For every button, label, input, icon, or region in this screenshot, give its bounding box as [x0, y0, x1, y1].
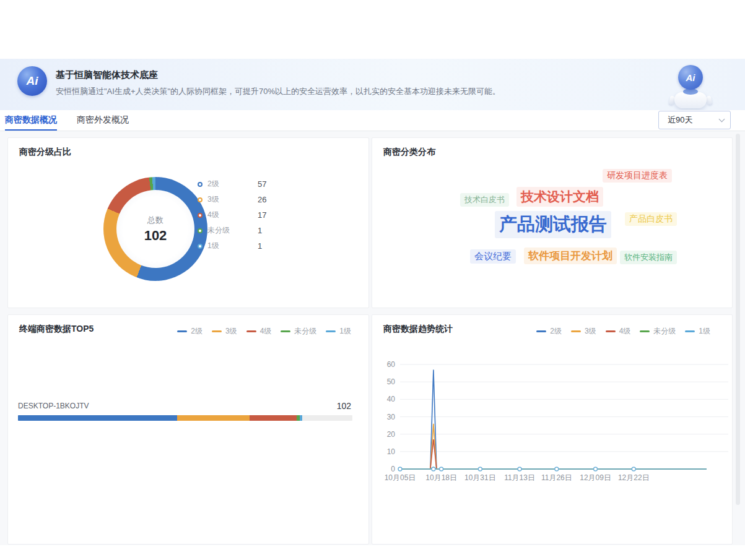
- svg-text:12月22日: 12月22日: [618, 473, 650, 482]
- tab-shangmi-data-overview[interactable]: 商密数据概况: [5, 110, 57, 131]
- robot-head-icon: Ai: [678, 65, 703, 90]
- legend-item[interactable]: 4级: [606, 326, 631, 337]
- legend-label: 未分级: [294, 326, 316, 337]
- legend-value: 17: [258, 210, 266, 220]
- svg-text:10月05日: 10月05日: [385, 473, 416, 482]
- legend-item[interactable]: 3级: [571, 326, 596, 337]
- tab-bar: 商密数据概况 商密外发概况 近90天: [0, 110, 745, 131]
- legend-item[interactable]: 2级: [536, 326, 562, 337]
- trend-chart-svg[interactable]: 010203040506010月05日10月18日10月31日11月13日11月…: [372, 352, 733, 494]
- svg-text:10: 10: [387, 447, 396, 456]
- legend-item[interactable]: 3级: [212, 326, 237, 337]
- legend-item[interactable]: 1级: [685, 326, 710, 337]
- panel-terminal-top5: 终端商密数据TOP5 2级 3级 4级 未分级 1级 DESKTOP-1BKOJ…: [7, 314, 369, 545]
- time-range-select[interactable]: 近90天: [658, 111, 731, 129]
- panel-category-distribution: 商密分类分布 研发项目进度表技术白皮书技术设计文档产品白皮书产品测试报告会议纪要…: [372, 137, 733, 308]
- word-cloud-tag[interactable]: 软件项目开发计划: [524, 248, 617, 264]
- scrollbar[interactable]: [736, 134, 740, 505]
- panel-title: 终端商密数据TOP5: [19, 324, 94, 335]
- legend-label: 4级: [260, 326, 272, 337]
- bar-row-value: 102: [337, 401, 351, 411]
- legend-item[interactable]: 2级: [177, 326, 203, 337]
- top5-legend: 2级 3级 4级 未分级 1级: [168, 326, 351, 337]
- content-area: 商密分级占比 总数 102 2级 57 3级 26 4级 17: [0, 131, 745, 545]
- svg-text:10月31日: 10月31日: [464, 473, 496, 482]
- legend-label: 2级: [207, 179, 243, 189]
- tab-shangmi-outgoing-overview[interactable]: 商密外发概况: [77, 110, 129, 131]
- legend-item[interactable]: 未分级: [281, 326, 316, 337]
- legend-dash-icon: [177, 330, 187, 332]
- legend-label: 未分级: [653, 326, 676, 337]
- word-cloud-tag[interactable]: 产品测试报告: [495, 211, 611, 238]
- legend-label: 3级: [225, 326, 237, 337]
- bar-segment: [177, 415, 250, 421]
- legend-item[interactable]: 2级 57: [198, 176, 290, 192]
- dashboard-app: Ai 基于恒脑智能体技术底座 安恒恒脑通过"AI生成+人类决策"的人际协同框架，…: [0, 59, 745, 545]
- chevron-down-icon: [719, 116, 725, 122]
- donut-total-label: 总数: [147, 215, 163, 226]
- word-cloud-tag[interactable]: 会议纪要: [470, 249, 516, 264]
- top5-stacked-bar[interactable]: [18, 415, 352, 421]
- robot-arm-icon: [705, 95, 712, 105]
- word-cloud-tag[interactable]: 产品白皮书: [625, 212, 677, 226]
- legend-item[interactable]: 4级 17: [198, 207, 290, 223]
- donut-total-value: 102: [144, 228, 167, 244]
- header-banner: Ai 基于恒脑智能体技术底座 安恒恒脑通过"AI生成+人类决策"的人际协同框架，…: [0, 59, 745, 110]
- legend-label: 1级: [699, 326, 710, 337]
- legend-dash-icon: [685, 330, 695, 332]
- svg-text:10月18日: 10月18日: [425, 473, 457, 482]
- panel-trend-statistics: 商密数据趋势统计 2级 3级 4级 未分级 1级 010203040506010…: [372, 314, 733, 545]
- hengnao-logo-icon: Ai: [17, 66, 47, 96]
- header-subtitle: 安恒恒脑通过"AI生成+人类决策"的人际协同框架，可提升70%以上的安全运营效率…: [56, 86, 500, 97]
- legend-label: 1级: [207, 241, 243, 251]
- legend-item[interactable]: 1级 1: [198, 238, 290, 254]
- legend-label: 4级: [207, 210, 243, 220]
- legend-label: 3级: [207, 194, 243, 205]
- word-cloud: 研发项目进度表技术白皮书技术设计文档产品白皮书产品测试报告会议纪要软件项目开发计…: [372, 138, 732, 308]
- svg-text:50: 50: [387, 377, 396, 386]
- legend-dash-icon: [640, 330, 650, 332]
- trend-legend: 2级 3级 4级 未分级 1级: [527, 326, 710, 337]
- panel-title: 商密分级占比: [19, 147, 71, 158]
- legend-item[interactable]: 3级 26: [198, 192, 290, 207]
- header-title: 基于恒脑智能体技术底座: [56, 69, 158, 81]
- legend-dash-icon: [571, 330, 581, 332]
- legend-item[interactable]: 未分级: [640, 326, 676, 337]
- word-cloud-tag[interactable]: 技术设计文档: [516, 187, 603, 207]
- legend-dash-icon: [536, 330, 546, 332]
- bar-segment: [300, 415, 303, 421]
- legend-dash-icon: [246, 330, 256, 332]
- legend-value: 1: [258, 241, 262, 251]
- svg-text:60: 60: [387, 360, 396, 369]
- svg-text:11月26日: 11月26日: [541, 473, 572, 482]
- legend-item[interactable]: 4级: [246, 326, 272, 337]
- legend-value: 1: [258, 226, 262, 235]
- legend-dash-icon: [606, 330, 616, 332]
- svg-text:30: 30: [387, 413, 396, 421]
- legend-label: 1级: [339, 326, 351, 337]
- word-cloud-tag[interactable]: 研发项目进度表: [603, 169, 672, 183]
- legend-dash-icon: [326, 330, 336, 332]
- legend-value: 26: [258, 195, 266, 204]
- ai-robot-mascot-icon[interactable]: Ai: [668, 64, 713, 113]
- time-range-value: 近90天: [668, 114, 720, 126]
- legend-label: 2级: [191, 326, 203, 337]
- panel-title: 商密数据趋势统计: [383, 324, 453, 335]
- legend-item[interactable]: 未分级 1: [198, 223, 290, 238]
- svg-text:40: 40: [387, 395, 396, 403]
- legend-dash-icon: [212, 330, 222, 332]
- legend-value: 57: [258, 179, 266, 189]
- legend-label: 2级: [550, 326, 562, 337]
- svg-text:12月09日: 12月09日: [580, 473, 611, 482]
- panel-classification-ratio: 商密分级占比 总数 102 2级 57 3级 26 4级 17: [7, 137, 369, 308]
- svg-text:20: 20: [387, 430, 396, 439]
- bar-row-label: DESKTOP-1BKOJTV: [18, 402, 89, 410]
- svg-text:11月13日: 11月13日: [504, 473, 535, 482]
- word-cloud-tag[interactable]: 软件安装指南: [620, 251, 677, 264]
- legend-label: 3级: [585, 326, 596, 337]
- legend-item[interactable]: 1级: [326, 326, 351, 337]
- svg-text:0: 0: [391, 465, 395, 473]
- legend-dash-icon: [281, 330, 290, 332]
- word-cloud-tag[interactable]: 技术白皮书: [460, 193, 509, 207]
- legend-label: 4级: [619, 326, 631, 337]
